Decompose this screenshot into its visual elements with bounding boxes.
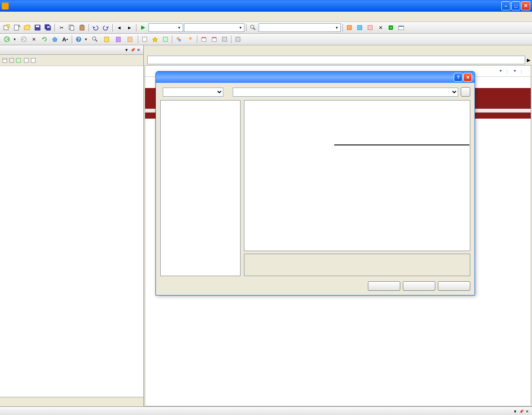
- start-debug-button[interactable]: [138, 23, 148, 32]
- close-button[interactable]: ✕: [521, 1, 530, 10]
- properties-icon[interactable]: [2, 57, 8, 63]
- url-input[interactable]: [147, 56, 525, 64]
- svg-rect-11: [80, 25, 84, 30]
- svg-point-22: [21, 36, 27, 42]
- svg-rect-5: [36, 25, 39, 27]
- refresh-icon[interactable]: [40, 35, 49, 44]
- dropdown-icon[interactable]: ▼: [512, 409, 518, 415]
- svg-rect-37: [212, 38, 216, 41]
- tb2-icon-7[interactable]: [220, 35, 229, 44]
- svg-rect-35: [202, 38, 206, 41]
- tb2-icon-5[interactable]: [199, 35, 209, 44]
- save-button[interactable]: [33, 23, 42, 32]
- paste-button[interactable]: [77, 23, 87, 32]
- svg-rect-12: [81, 25, 83, 26]
- tb2-icon-6[interactable]: [209, 35, 219, 44]
- region-link[interactable]: ▼: [498, 69, 502, 73]
- property-tree[interactable]: [160, 100, 241, 276]
- find-combo[interactable]: ▼: [259, 23, 341, 32]
- ok-button[interactable]: [368, 281, 400, 291]
- redo-button[interactable]: [101, 23, 111, 32]
- maximize-button[interactable]: □: [511, 1, 520, 10]
- cut-button[interactable]: ✂: [57, 23, 66, 32]
- tb-icon-3[interactable]: [365, 23, 375, 32]
- tb-icon-6[interactable]: [396, 23, 406, 32]
- home-icon[interactable]: [50, 35, 60, 44]
- help-favorites-button[interactable]: [125, 36, 136, 42]
- solution-tree[interactable]: [0, 66, 143, 397]
- tb-icon-4[interactable]: ✕: [376, 23, 385, 32]
- svg-rect-41: [3, 58, 7, 63]
- microsoft-link[interactable]: ▼: [512, 69, 516, 73]
- font-icon[interactable]: A+: [60, 35, 70, 44]
- platform-select[interactable]: [233, 88, 458, 97]
- svg-rect-10: [70, 26, 74, 30]
- dialog-titlebar[interactable]: ? ✕: [156, 72, 475, 83]
- platform-combo[interactable]: ▼: [184, 23, 244, 32]
- menubar: [0, 12, 532, 22]
- svg-rect-8: [47, 26, 50, 28]
- solution-explorer-panel: ▼ 📌 ✕: [0, 45, 144, 406]
- svg-rect-36: [202, 37, 206, 38]
- config-select[interactable]: [163, 88, 223, 97]
- contents-button[interactable]: [114, 36, 124, 42]
- minimize-button[interactable]: −: [501, 1, 510, 10]
- view-code-icon[interactable]: [23, 57, 29, 63]
- apply-button[interactable]: [438, 281, 470, 291]
- tb2-icon-3[interactable]: [161, 35, 170, 44]
- svg-rect-39: [222, 37, 227, 41]
- close-icon[interactable]: ✕: [524, 409, 530, 415]
- go-icon[interactable]: ▶: [527, 57, 530, 63]
- nav-fwd-button[interactable]: ►: [125, 23, 134, 32]
- undo-button[interactable]: [91, 23, 100, 32]
- dropdown-icon[interactable]: ▼: [124, 47, 130, 53]
- svg-rect-20: [399, 26, 404, 27]
- help-button[interactable]: ?: [454, 73, 462, 82]
- back-button[interactable]: ▼: [2, 36, 18, 43]
- tb2-icon-1[interactable]: [140, 35, 149, 44]
- svg-rect-27: [104, 37, 109, 42]
- document-tabs: [144, 45, 532, 55]
- cancel-button[interactable]: [403, 281, 435, 291]
- tb-icon-5[interactable]: [386, 23, 396, 32]
- index-button[interactable]: [102, 36, 113, 42]
- view-designer-icon[interactable]: [30, 57, 36, 63]
- toolbar-help: ▼ ✕ A+ ?▼: [0, 34, 532, 45]
- left-panel-tabs: [0, 397, 143, 406]
- svg-line-26: [95, 40, 97, 41]
- pin-icon[interactable]: 📌: [130, 47, 136, 53]
- show-all-icon[interactable]: [9, 57, 15, 63]
- tb-icon-2[interactable]: [355, 23, 364, 32]
- nav-back-button[interactable]: ◄: [114, 23, 124, 32]
- msdn-forums-button[interactable]: [174, 36, 185, 42]
- close-button[interactable]: ✕: [463, 73, 472, 82]
- refresh-tree-icon[interactable]: [16, 57, 22, 63]
- svg-line-14: [253, 28, 255, 30]
- config-manager-button[interactable]: [461, 87, 470, 97]
- tb-icon-1[interactable]: [345, 23, 354, 32]
- property-grid[interactable]: [244, 100, 470, 251]
- tb2-icon-8[interactable]: [233, 35, 243, 44]
- copy-button[interactable]: [67, 23, 76, 32]
- forward-button[interactable]: [19, 35, 28, 44]
- stop-icon[interactable]: ✕: [29, 35, 39, 44]
- svg-rect-38: [212, 37, 216, 38]
- new-project-button[interactable]: [2, 23, 11, 32]
- svg-rect-31: [163, 37, 168, 41]
- svg-text:?: ?: [77, 37, 80, 42]
- save-all-button[interactable]: [43, 23, 53, 32]
- find-icon[interactable]: [248, 23, 258, 32]
- svg-rect-44: [16, 58, 21, 63]
- config-combo[interactable]: ▼: [149, 23, 183, 32]
- svg-rect-45: [24, 58, 28, 63]
- pin-icon[interactable]: 📌: [518, 409, 524, 415]
- close-icon[interactable]: ✕: [136, 47, 142, 53]
- tb2-icon-2[interactable]: [150, 35, 160, 44]
- tb2-icon-4[interactable]: [186, 35, 195, 44]
- add-item-button[interactable]: +: [12, 23, 22, 32]
- how-do-i-button[interactable]: ?▼: [74, 36, 89, 42]
- open-button[interactable]: [22, 23, 32, 32]
- search-button[interactable]: [90, 36, 101, 42]
- svg-rect-30: [142, 37, 147, 41]
- runtime-library-dropdown[interactable]: [334, 145, 469, 145]
